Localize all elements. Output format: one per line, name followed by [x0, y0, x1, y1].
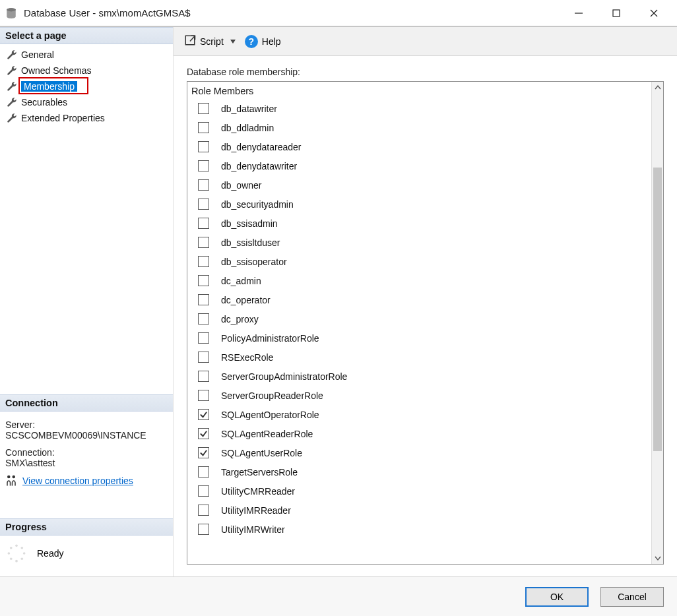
window-controls	[560, 0, 672, 26]
role-label: UtilityIMRWriter	[221, 524, 285, 535]
maximize-button[interactable]	[598, 0, 634, 26]
ok-button[interactable]: OK	[525, 587, 589, 607]
script-label: Script	[200, 36, 224, 47]
role-checkbox[interactable]	[198, 313, 209, 324]
close-button[interactable]	[635, 0, 672, 26]
help-icon: ?	[245, 35, 258, 48]
scrollbar-thumb[interactable]	[653, 168, 662, 451]
role-row[interactable]: SQLAgentReaderRole	[191, 424, 647, 443]
wrench-icon	[7, 97, 17, 108]
role-row[interactable]: dc_proxy	[191, 309, 647, 328]
svg-point-12	[15, 560, 18, 563]
role-label: db_denydatareader	[221, 142, 301, 152]
help-button[interactable]: ? Help	[245, 35, 281, 48]
role-checkbox[interactable]	[198, 428, 209, 439]
role-checkbox[interactable]	[198, 390, 209, 401]
role-row[interactable]: db_ssisltduser	[191, 233, 647, 252]
progress-header: Progress	[0, 518, 173, 536]
server-value: SCSCOMBEVM00069\INSTANCE	[5, 430, 168, 441]
window-title: Database User - smx\momActGMSA$	[24, 7, 560, 18]
wrench-icon	[7, 113, 17, 123]
role-checkbox[interactable]	[198, 122, 209, 133]
sidebar-page-general[interactable]: General	[4, 47, 173, 63]
sidebar-page-label: General	[21, 49, 54, 60]
role-row[interactable]: ServerGroupAdministratorRole	[191, 367, 647, 386]
role-row[interactable]: UtilityCMRReader	[191, 481, 647, 501]
scrollbar-up-arrow[interactable]	[652, 82, 663, 94]
database-icon	[5, 7, 17, 19]
role-checkbox[interactable]	[198, 218, 209, 229]
role-row[interactable]: db_datawriter	[191, 99, 647, 118]
sidebar-page-label: Extended Properties	[21, 113, 105, 123]
role-row[interactable]: db_denydatareader	[191, 137, 647, 156]
role-membership-listbox[interactable]: Role Members db_datawriterdb_ddladmindb_…	[187, 81, 664, 565]
role-label: db_ssisoperator	[221, 257, 287, 267]
role-checkbox[interactable]	[198, 199, 209, 210]
role-row[interactable]: TargetServersRole	[191, 462, 647, 481]
sidebar-page-extended-properties[interactable]: Extended Properties	[4, 110, 173, 126]
svg-point-14	[8, 552, 11, 555]
role-row[interactable]: db_securityadmin	[191, 195, 647, 214]
role-checkbox[interactable]	[198, 237, 209, 248]
role-list-header: Role Members	[191, 84, 647, 99]
role-checkbox[interactable]	[198, 294, 209, 305]
role-label: PolicyAdministratorRole	[221, 333, 319, 344]
role-row[interactable]: UtilityIMRReader	[191, 501, 647, 520]
svg-point-1	[7, 8, 16, 11]
role-checkbox[interactable]	[198, 160, 209, 171]
view-connection-properties-link[interactable]: View connection properties	[22, 476, 133, 486]
vertical-scrollbar[interactable]	[651, 82, 663, 564]
role-label: TargetServersRole	[221, 467, 298, 477]
role-label: ServerGroupReaderRole	[221, 390, 323, 401]
role-checkbox[interactable]	[198, 524, 209, 535]
sidebar-page-membership[interactable]: Membership	[4, 78, 173, 94]
script-button[interactable]: Script	[180, 32, 240, 51]
svg-point-7	[13, 476, 16, 479]
role-row[interactable]: db_denydatawriter	[191, 156, 647, 175]
role-row[interactable]: SQLAgentOperatorRole	[191, 405, 647, 424]
connection-value: SMX\asttest	[5, 458, 168, 468]
role-checkbox[interactable]	[198, 141, 209, 152]
role-checkbox[interactable]	[198, 409, 209, 420]
connection-header: Connection	[0, 394, 173, 412]
role-row[interactable]: UtilityIMRWriter	[191, 520, 647, 539]
role-row[interactable]: ServerGroupReaderRole	[191, 386, 647, 405]
role-row[interactable]: SQLAgentUserRole	[191, 443, 647, 462]
role-checkbox[interactable]	[198, 256, 209, 267]
role-row[interactable]: db_ddladmin	[191, 118, 647, 137]
role-checkbox[interactable]	[198, 179, 209, 191]
role-label: db_ssisltduser	[221, 237, 280, 248]
progress-spinner-icon	[7, 543, 26, 563]
sidebar-page-label: Securables	[21, 97, 67, 108]
role-row[interactable]: db_ssisadmin	[191, 214, 647, 233]
minimize-button[interactable]	[560, 0, 596, 26]
role-label: db_ddladmin	[221, 123, 274, 133]
role-checkbox[interactable]	[198, 371, 209, 382]
role-label: db_datawriter	[221, 104, 277, 114]
sidebar-page-securables[interactable]: Securables	[4, 94, 173, 110]
role-row[interactable]: PolicyAdministratorRole	[191, 328, 647, 348]
role-checkbox[interactable]	[198, 485, 209, 497]
role-row[interactable]: RSExecRole	[191, 348, 647, 367]
svg-point-8	[15, 545, 18, 547]
role-checkbox[interactable]	[198, 447, 209, 458]
sidebar-page-owned-schemas[interactable]: Owned Schemas	[4, 63, 173, 78]
scrollbar-down-arrow[interactable]	[652, 552, 663, 564]
role-row[interactable]: dc_admin	[191, 271, 647, 290]
role-checkbox[interactable]	[198, 332, 209, 344]
role-row[interactable]: db_ssisoperator	[191, 252, 647, 271]
role-checkbox[interactable]	[198, 275, 209, 286]
role-checkbox[interactable]	[198, 505, 209, 516]
role-label: db_owner	[221, 180, 262, 191]
role-row[interactable]: dc_operator	[191, 290, 647, 309]
role-checkbox[interactable]	[198, 103, 209, 114]
wrench-icon	[7, 49, 17, 60]
role-row[interactable]: db_owner	[191, 175, 647, 195]
role-label: SQLAgentUserRole	[221, 448, 302, 458]
role-checkbox[interactable]	[198, 466, 209, 477]
page-list: GeneralOwned SchemasMembershipSecurables…	[0, 44, 173, 130]
role-label: db_denydatawriter	[221, 161, 297, 171]
role-checkbox[interactable]	[198, 352, 209, 363]
cancel-button[interactable]: Cancel	[600, 587, 664, 607]
svg-point-6	[7, 476, 11, 479]
